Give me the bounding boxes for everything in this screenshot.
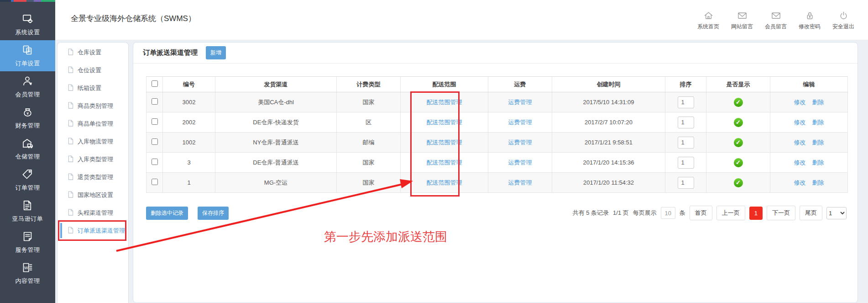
file-icon — [68, 66, 73, 74]
delete-selected-button[interactable]: 删除选中记录 — [146, 207, 188, 220]
range-management-link[interactable]: 配送范围管理 — [427, 159, 462, 166]
submenu-item-4[interactable]: 商品单位管理 — [58, 115, 128, 133]
modify-link[interactable]: 修改 — [794, 179, 806, 187]
range-management-link[interactable]: 配送范围管理 — [427, 179, 462, 186]
row-edit-cell: 修改删除 — [770, 173, 848, 193]
submenu-item-1[interactable]: 仓位设置 — [58, 61, 128, 79]
table-row: 1002NY仓库-普通派送邮编配送范围管理运费管理2017/1/21 9:58:… — [146, 133, 848, 153]
column-header: 发货渠道 — [215, 77, 337, 92]
modify-link[interactable]: 修改 — [794, 138, 806, 147]
freight-management-link[interactable]: 运费管理 — [508, 159, 532, 166]
row-checkbox[interactable] — [152, 98, 158, 105]
sidebar-item-label: 系统设置 — [16, 28, 40, 37]
service-management-icon — [21, 230, 34, 243]
per-page-input[interactable] — [661, 207, 675, 219]
sidebar-item-amazon-orders[interactable]: 亚马逊订单 — [0, 196, 55, 227]
modify-link[interactable]: 修改 — [794, 98, 806, 106]
row-channel: DE仓库-普通派送 — [215, 153, 337, 173]
page-jump-select[interactable]: 1 — [826, 207, 847, 219]
sidebar-item-system-settings[interactable]: 系统设置 — [0, 9, 55, 40]
sidebar-item-order-management[interactable]: 订单管理 — [0, 165, 55, 196]
freight-management-link[interactable]: 运费管理 — [508, 119, 532, 126]
file-icon — [68, 138, 73, 146]
freight-management-link[interactable]: 运费管理 — [508, 99, 532, 106]
row-freight-cell: 运费管理 — [488, 153, 552, 173]
quick-link-label: 网站留言 — [731, 23, 753, 31]
warehouse-management-icon — [21, 137, 34, 149]
main-panel: 订单派送渠道管理 新增 编号 发货渠道 计费类型 配送范围 运费 创建时间 排序… — [133, 42, 858, 303]
quick-link-label: 安全退出 — [832, 23, 854, 31]
sort-input[interactable] — [678, 157, 694, 169]
range-management-link[interactable]: 配送范围管理 — [427, 139, 462, 146]
freight-management-link[interactable]: 运费管理 — [508, 139, 532, 146]
row-visible-cell: ✓ — [706, 92, 770, 112]
submenu-item-7[interactable]: 退货类型管理 — [58, 168, 128, 186]
submenu-item-2[interactable]: 纸箱设置 — [58, 79, 128, 97]
sidebar-item-order-settings[interactable]: 订单设置 — [0, 40, 55, 71]
sidebar-item-finance-management[interactable]: ¥ 财务管理 — [0, 102, 55, 133]
row-checkbox[interactable] — [152, 179, 158, 185]
submenu-item-label: 入库物流管理 — [78, 138, 113, 146]
add-button[interactable]: 新增 — [206, 46, 226, 59]
quick-link-member-messages[interactable]: 会员留言 — [765, 11, 787, 31]
sort-input[interactable] — [678, 96, 694, 108]
file-icon — [68, 227, 73, 235]
submenu-item-5[interactable]: 入库物流管理 — [58, 133, 128, 150]
home-icon — [703, 11, 714, 21]
sidebar-item-service-management[interactable]: 服务管理 — [0, 227, 55, 258]
delete-link[interactable]: 删除 — [812, 179, 824, 187]
footer-buttons: 删除选中记录 保存排序 — [146, 207, 229, 220]
sidebar-item-content-management[interactable]: W 内容管理 — [0, 258, 55, 289]
row-created-time: 2017/2/7 10:07:20 — [552, 112, 665, 133]
submenu-item-0[interactable]: 仓库设置 — [58, 43, 128, 61]
submenu-item-8[interactable]: 国家地区设置 — [58, 186, 128, 204]
modify-link[interactable]: 修改 — [794, 159, 806, 167]
per-page-label: 每页展示 — [633, 209, 657, 217]
row-checkbox[interactable] — [152, 138, 158, 145]
modify-link[interactable]: 修改 — [794, 118, 806, 127]
sidebar-item-label: 会员管理 — [16, 90, 40, 99]
file-icon — [68, 191, 73, 199]
select-all-checkbox[interactable] — [152, 80, 158, 87]
save-sort-button[interactable]: 保存排序 — [198, 207, 229, 220]
range-management-link[interactable]: 配送范围管理 — [427, 119, 462, 126]
order-management-icon — [21, 168, 34, 181]
quick-link-site-messages[interactable]: 网站留言 — [731, 11, 753, 31]
freight-management-link[interactable]: 运费管理 — [508, 179, 532, 186]
quick-link-label: 修改密码 — [799, 23, 821, 31]
sort-input[interactable] — [678, 117, 694, 128]
first-page-button[interactable]: 首页 — [690, 206, 712, 220]
header-quick-links: 系统首页 网站留言 会员留言 修改密码 安全退出 — [697, 11, 854, 31]
submenu-item-10[interactable]: 订单派送渠道管理 — [58, 222, 128, 239]
edit-links: 修改删除 — [794, 138, 824, 147]
pagination: 共有 5 条记录 1/1 页 每页展示 条 首页 上一页 1 下一页 尾页 1 — [573, 206, 847, 220]
row-checkbox[interactable] — [152, 118, 158, 125]
sort-input[interactable] — [678, 137, 694, 149]
edit-links: 修改删除 — [794, 118, 824, 127]
sidebar-item-label: 订单设置 — [16, 59, 40, 68]
module-sidebar: 系统设置 订单设置 会员管理 ¥ 财务管理 仓储管理 订单管理 亚马逊订单 服务… — [0, 2, 55, 303]
row-sort-cell — [665, 173, 706, 193]
row-checkbox[interactable] — [152, 159, 158, 165]
sidebar-item-member-management[interactable]: 会员管理 — [0, 71, 55, 102]
lock-icon — [805, 11, 815, 21]
delete-link[interactable]: 删除 — [812, 118, 824, 127]
submenu-item-9[interactable]: 头程渠道管理 — [58, 204, 128, 222]
current-page-button[interactable]: 1 — [749, 207, 763, 220]
prev-page-button[interactable]: 上一页 — [716, 206, 745, 220]
quick-link-change-password[interactable]: 修改密码 — [799, 11, 821, 31]
quick-link-home[interactable]: 系统首页 — [697, 11, 719, 31]
visible-check-icon: ✓ — [734, 98, 743, 107]
row-range-cell: 配送范围管理 — [401, 153, 488, 173]
submenu-item-3[interactable]: 商品类别管理 — [58, 97, 128, 115]
delete-link[interactable]: 删除 — [812, 98, 824, 106]
quick-link-logout[interactable]: 安全退出 — [832, 11, 854, 31]
delete-link[interactable]: 删除 — [812, 159, 824, 167]
sidebar-item-warehouse-management[interactable]: 仓储管理 — [0, 133, 55, 165]
last-page-button[interactable]: 尾页 — [800, 206, 822, 220]
submenu-item-6[interactable]: 入库类型管理 — [58, 150, 128, 168]
next-page-button[interactable]: 下一页 — [767, 206, 795, 220]
delete-link[interactable]: 删除 — [812, 138, 824, 147]
range-management-link[interactable]: 配送范围管理 — [427, 99, 462, 106]
sort-input[interactable] — [678, 177, 694, 189]
